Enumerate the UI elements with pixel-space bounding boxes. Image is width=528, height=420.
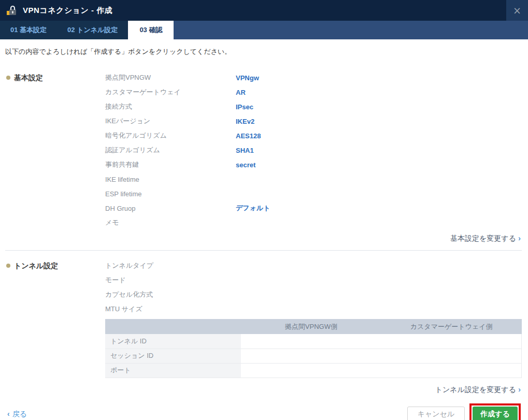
row-label: 拠点間VPNGW xyxy=(105,73,236,82)
table-row-label: トンネル ID xyxy=(105,334,241,349)
back-link[interactable]: ‹戻る xyxy=(7,410,27,419)
row-value: VPNgw xyxy=(236,74,259,82)
close-icon[interactable]: × xyxy=(506,0,528,21)
table-row: トンネル ID xyxy=(105,334,522,349)
table-cell-cgw xyxy=(381,334,522,349)
review-row: ESP lifetime xyxy=(105,186,522,201)
tunnel-table: 拠点間VPNGW側 カスタマーゲートウェイ側 トンネル ID セッション ID … xyxy=(105,319,522,378)
row-value: AES128 xyxy=(236,132,261,140)
row-label: 接続方式 xyxy=(105,102,236,111)
row-label: カプセル化方式 xyxy=(105,290,236,299)
cancel-button[interactable]: キャンセル xyxy=(407,407,465,420)
basic-section-title: 基本設定 xyxy=(14,74,43,82)
table-cell-vpngw xyxy=(241,363,381,378)
section-bullet-icon xyxy=(6,76,10,80)
tunnel-table-header-empty xyxy=(105,319,241,334)
chevron-right-icon: › xyxy=(518,385,521,394)
dialog-footer: ‹戻る キャンセル 作成する xyxy=(5,403,522,420)
tab-confirm[interactable]: 03 確認 xyxy=(128,21,174,39)
basic-settings-rows: 拠点間VPNGW VPNgw カスタマーゲートウェイ AR 接続方式 IPsec… xyxy=(105,70,522,230)
chevron-right-icon: › xyxy=(518,234,521,242)
wizard-tabbar: 01 基本設定 02 トンネル設定 03 確認 xyxy=(0,21,528,39)
review-row: カプセル化方式 xyxy=(105,287,522,302)
row-label: トンネルタイプ xyxy=(105,261,236,270)
dialog-body: 以下の内容でよろしければ「作成する」ボタンをクリックしてください。 基本設定 拠… xyxy=(0,39,528,420)
tunnel-settings-rows: トンネルタイプ モード カプセル化方式 MTU サイズ xyxy=(105,258,522,316)
tunnel-table-header-cgw: カスタマーゲートウェイ側 xyxy=(381,319,522,334)
create-button[interactable]: 作成する xyxy=(473,407,518,420)
dialog-title: VPNコネクション - 作成 xyxy=(23,6,112,16)
table-cell-vpngw xyxy=(241,334,381,349)
review-row: IKEバージョン IKEv2 xyxy=(105,114,522,128)
row-value: SHA1 xyxy=(236,147,254,154)
review-row: IKE lifetime xyxy=(105,172,522,186)
instruction-text: 以下の内容でよろしければ「作成する」ボタンをクリックしてください。 xyxy=(5,47,522,56)
row-label: IKEバージョン xyxy=(105,117,236,126)
row-value: デフォルト xyxy=(236,204,270,213)
table-row: セッション ID xyxy=(105,349,522,363)
review-row: 認証アルゴリズム SHA1 xyxy=(105,143,522,157)
review-row: MTU サイズ xyxy=(105,302,522,316)
row-label: モード xyxy=(105,276,236,285)
row-label: IKE lifetime xyxy=(105,176,236,183)
table-row-label: ポート xyxy=(105,363,241,378)
row-label: カスタマーゲートウェイ xyxy=(105,88,236,97)
highlight-annotation-box: 作成する xyxy=(469,403,521,420)
row-label: 認証アルゴリズム xyxy=(105,146,236,155)
review-row: メモ xyxy=(105,215,522,230)
table-cell-cgw xyxy=(381,349,522,363)
lock-icon xyxy=(7,4,19,17)
row-label: 暗号化アルゴリズム xyxy=(105,131,236,140)
review-row: トンネルタイプ xyxy=(105,258,522,273)
review-row: モード xyxy=(105,273,522,287)
change-basic-settings-link[interactable]: 基本設定を変更する› xyxy=(5,234,521,243)
review-row: 接続方式 IPsec xyxy=(105,99,522,114)
row-label: メモ xyxy=(105,218,236,227)
tunnel-table-header-row: 拠点間VPNGW側 カスタマーゲートウェイ側 xyxy=(105,319,522,334)
table-row: ポート xyxy=(105,363,522,378)
review-row: カスタマーゲートウェイ AR xyxy=(105,85,522,99)
row-value: AR xyxy=(236,89,246,96)
row-value: secret xyxy=(236,161,255,169)
row-label: 事前共有鍵 xyxy=(105,160,236,169)
dialog-titlebar: VPNコネクション - 作成 × xyxy=(0,0,528,21)
row-label: ESP lifetime xyxy=(105,190,236,198)
row-value: IKEv2 xyxy=(236,118,254,125)
table-cell-vpngw xyxy=(241,349,381,363)
chevron-left-icon: ‹ xyxy=(7,410,10,418)
review-row: DH Gruop デフォルト xyxy=(105,201,522,215)
section-bullet-icon xyxy=(6,264,10,268)
basic-settings-section: 基本設定 拠点間VPNGW VPNgw カスタマーゲートウェイ AR 接続方式 … xyxy=(5,70,522,230)
tunnel-table-body: トンネル ID セッション ID ポート xyxy=(105,334,522,378)
table-cell-cgw xyxy=(381,363,522,378)
change-tunnel-settings-link[interactable]: トンネル設定を変更する› xyxy=(5,385,521,395)
table-row-label: セッション ID xyxy=(105,349,241,363)
tunnel-settings-section: トンネル設定 トンネルタイプ モード カプセル化方式 MTU サイズ xyxy=(5,258,522,378)
review-row: 暗号化アルゴリズム AES128 xyxy=(105,128,522,143)
review-row: 拠点間VPNGW VPNgw xyxy=(105,70,522,85)
row-label: MTU サイズ xyxy=(105,305,236,314)
section-divider xyxy=(5,250,522,251)
tab-basic-settings[interactable]: 01 基本設定 xyxy=(0,21,57,39)
tab-tunnel-settings[interactable]: 02 トンネル設定 xyxy=(57,21,128,39)
tunnel-section-title: トンネル設定 xyxy=(14,262,58,270)
row-label: DH Gruop xyxy=(105,205,236,212)
tunnel-table-header-vpngw: 拠点間VPNGW側 xyxy=(241,319,381,334)
review-row: 事前共有鍵 secret xyxy=(105,157,522,172)
row-value: IPsec xyxy=(236,103,253,111)
